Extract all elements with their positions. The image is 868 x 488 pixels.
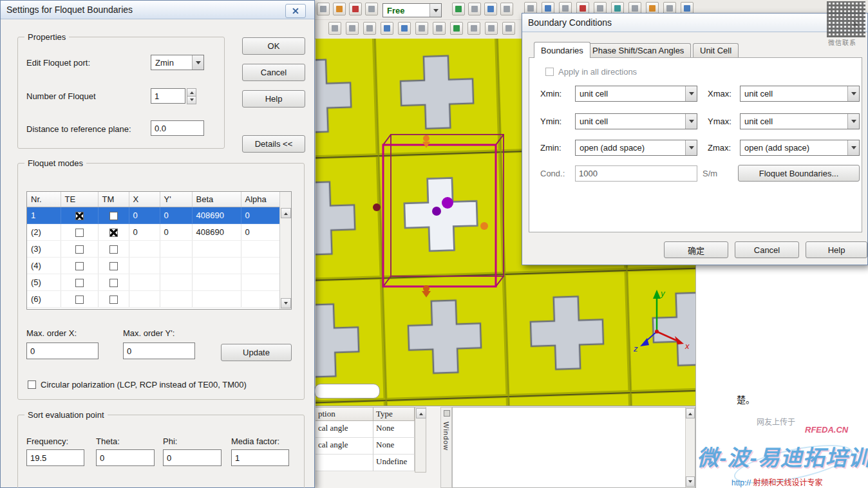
tm-checkbox-cell[interactable]: [98, 224, 129, 241]
chevron-down-icon[interactable]: [685, 86, 697, 101]
toolbar-icon[interactable]: [484, 3, 497, 15]
te-checkbox[interactable]: [75, 229, 84, 237]
toolbar-icon[interactable]: [500, 3, 513, 15]
chevron-down-icon[interactable]: [192, 55, 203, 70]
cancel-button[interactable]: Cancel: [735, 241, 799, 258]
ok-button[interactable]: OK: [242, 37, 305, 55]
toolbar-icon[interactable]: [468, 3, 481, 15]
chevron-down-icon[interactable]: [847, 114, 859, 129]
te-checkbox[interactable]: [75, 279, 84, 287]
tm-checkbox[interactable]: [109, 279, 118, 287]
toolbar-icon[interactable]: [452, 3, 465, 15]
te-checkbox[interactable]: [75, 245, 84, 254]
toolbar-icon[interactable]: [485, 22, 498, 35]
message-pane-scrollbar[interactable]: [685, 408, 695, 487]
tm-checkbox[interactable]: [109, 296, 118, 304]
scroll-down-icon[interactable]: [281, 298, 291, 308]
table-cell[interactable]: [316, 455, 373, 471]
tm-checkbox-cell[interactable]: [98, 258, 129, 274]
te-checkbox[interactable]: [75, 212, 84, 220]
number-spinner[interactable]: [187, 88, 196, 104]
toolbar-icon[interactable]: [317, 3, 330, 15]
column-header[interactable]: ption: [316, 407, 373, 421]
frequency-input[interactable]: [26, 449, 84, 466]
toolbar-icon[interactable]: [346, 22, 359, 35]
floquet-mode-row[interactable]: (5): [27, 274, 281, 291]
tab-boundaries[interactable]: Boundaries: [534, 42, 590, 58]
chevron-down-icon[interactable]: [429, 4, 441, 17]
te-checkbox-cell[interactable]: [61, 291, 98, 308]
col-header[interactable]: Alpha: [241, 192, 281, 207]
toolbar-icon[interactable]: [502, 22, 515, 35]
message-pane[interactable]: [452, 407, 695, 488]
col-header[interactable]: TM: [98, 192, 129, 207]
col-header[interactable]: Beta: [192, 192, 241, 207]
te-checkbox-cell[interactable]: [61, 207, 98, 224]
update-button[interactable]: Update: [221, 344, 292, 361]
table-cell[interactable]: None: [373, 421, 415, 438]
xmin-select[interactable]: unit cell: [575, 86, 697, 102]
te-checkbox-cell[interactable]: [61, 274, 98, 291]
col-header[interactable]: Y': [160, 192, 192, 207]
xmax-select[interactable]: unit cell: [740, 86, 860, 102]
apply-all-directions-checkbox[interactable]: [545, 68, 554, 76]
toolbar-icon[interactable]: [433, 22, 446, 35]
te-checkbox-cell[interactable]: [61, 258, 98, 274]
floquet-mode-row[interactable]: (4): [27, 258, 281, 274]
toolbar-icon[interactable]: [363, 22, 376, 35]
close-icon[interactable]: [848, 17, 863, 30]
tm-checkbox-cell[interactable]: [98, 207, 129, 224]
chevron-down-icon[interactable]: [847, 140, 859, 155]
rounded-field[interactable]: [314, 384, 380, 399]
scroll-up-icon[interactable]: [281, 208, 291, 218]
ok-button[interactable]: 确定: [664, 241, 728, 258]
details-button[interactable]: Details <<: [242, 135, 305, 153]
floquet-modes-table[interactable]: Nr. TE TM X Y' Beta Alpha 1004086900(2)0…: [26, 191, 292, 310]
help-button[interactable]: Help: [806, 241, 867, 258]
chevron-down-icon[interactable]: [685, 114, 697, 129]
ymax-select[interactable]: unit cell: [740, 113, 860, 129]
media-factor-input[interactable]: [231, 449, 289, 466]
floquet-mode-row[interactable]: (6): [27, 291, 281, 308]
col-header[interactable]: X: [129, 192, 160, 207]
cancel-button[interactable]: Cancel: [242, 64, 305, 81]
window-panel-tab[interactable]: Window: [440, 407, 452, 488]
toolbar-icon[interactable]: [349, 3, 362, 15]
zmax-select[interactable]: open (add space): [740, 140, 860, 156]
col-header[interactable]: TE: [61, 192, 98, 207]
close-icon[interactable]: [285, 4, 306, 18]
tab-phase-shift[interactable]: Phase Shift/Scan Angles: [585, 43, 691, 57]
floquet-boundaries-button[interactable]: Floquet Boundaries...: [738, 165, 860, 182]
column-header[interactable]: Type: [373, 407, 415, 421]
number-of-floquet-input[interactable]: [151, 88, 185, 104]
spin-down-icon[interactable]: [187, 97, 196, 104]
toolbar-icon[interactable]: [381, 22, 393, 35]
floquet-mode-row[interactable]: (2)004086900: [27, 224, 281, 241]
distance-input[interactable]: [151, 120, 204, 136]
tab-unit-cell[interactable]: Unit Cell: [693, 43, 739, 57]
ymin-select[interactable]: unit cell: [575, 113, 697, 129]
toolbar-icon[interactable]: [328, 22, 341, 35]
dialog-title-bar[interactable]: Boundary Conditions: [522, 14, 867, 32]
tm-checkbox-cell[interactable]: [98, 291, 129, 308]
table-cell[interactable]: None: [373, 438, 415, 455]
spin-up-icon[interactable]: [187, 88, 196, 97]
free-select[interactable]: Free: [382, 3, 442, 17]
te-checkbox[interactable]: [75, 262, 84, 270]
toolbar-icon[interactable]: [450, 22, 463, 35]
chevron-down-icon[interactable]: [847, 86, 859, 101]
toolbar-icon[interactable]: [415, 22, 428, 35]
scroll-up-icon[interactable]: [686, 408, 695, 418]
toolbar-icon[interactable]: [467, 22, 480, 35]
floquet-mode-row[interactable]: (3): [27, 241, 281, 258]
table-scrollbar[interactable]: [415, 407, 426, 473]
help-button[interactable]: Help: [242, 90, 305, 108]
modes-table-scrollbar[interactable]: [279, 192, 291, 309]
tm-checkbox[interactable]: [109, 212, 118, 220]
scroll-down-icon[interactable]: [686, 476, 695, 487]
zmin-select[interactable]: open (add space): [575, 140, 697, 156]
tm-checkbox-cell[interactable]: [98, 274, 129, 291]
tm-checkbox[interactable]: [109, 262, 118, 270]
te-checkbox-cell[interactable]: [61, 224, 98, 241]
tm-checkbox[interactable]: [109, 245, 118, 254]
